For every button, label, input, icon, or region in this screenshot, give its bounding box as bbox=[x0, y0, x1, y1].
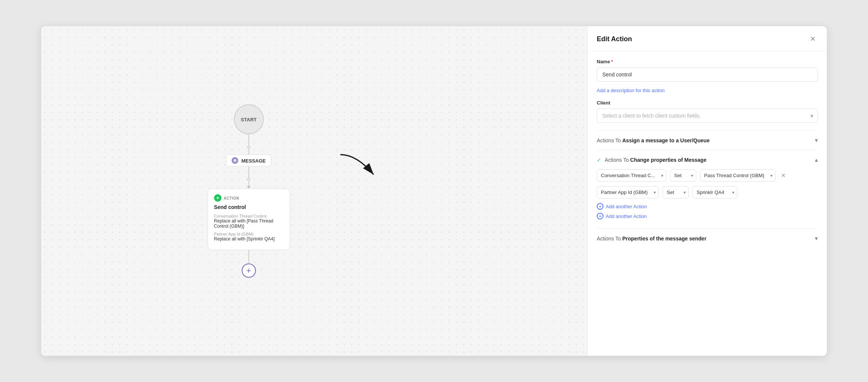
val1-select[interactable]: Pass Thread Control (GBM) bbox=[700, 169, 776, 182]
message-node-icon bbox=[232, 157, 238, 164]
start-label: START bbox=[241, 116, 257, 122]
action-node-card: ACTION Send control Conversation Thread … bbox=[208, 189, 290, 250]
action-node-icon bbox=[214, 194, 221, 202]
add-node-button[interactable]: + bbox=[242, 264, 256, 278]
action-detail-2-sub: Partner App Id (GBM) bbox=[214, 232, 284, 236]
client-field-label: Client bbox=[597, 100, 818, 106]
add-action-circle-1: + bbox=[597, 203, 603, 210]
section-assign-message: Actions To Assign a message to a User/Qu… bbox=[597, 130, 818, 150]
prop1-select-wrapper: Conversation Thread C... ▾ bbox=[597, 169, 666, 182]
section-sender-props: Actions To Properties of the message sen… bbox=[597, 228, 818, 248]
val1-select-wrapper: Pass Thread Control (GBM) ▾ bbox=[700, 169, 776, 182]
add-description-link[interactable]: Add a description for this action bbox=[597, 88, 664, 93]
section-change-properties: ✓ Actions To Change properties of Messag… bbox=[597, 150, 818, 228]
section-change-header[interactable]: ✓ Actions To Change properties of Messag… bbox=[597, 150, 818, 169]
prop2-select-wrapper: Partner App Id (GBM) ▾ bbox=[597, 186, 659, 198]
connector-line-1b bbox=[248, 149, 249, 155]
message-node-label: MESSAGE bbox=[241, 158, 266, 163]
connector-line-2 bbox=[248, 167, 249, 178]
connector-line-2b bbox=[248, 181, 249, 186]
panel-header: Edit Action ✕ bbox=[588, 26, 827, 51]
client-select-wrapper: Select a client to fetch client custom f… bbox=[597, 109, 818, 123]
required-indicator: * bbox=[611, 59, 613, 64]
svg-point-0 bbox=[233, 159, 236, 162]
section-assign-chevron-icon: ▾ bbox=[815, 137, 818, 144]
connector-dot-1 bbox=[247, 146, 250, 149]
connector-line-3 bbox=[248, 250, 249, 264]
canvas-inner: START MESSAGE bbox=[41, 26, 587, 356]
panel-title: Edit Action bbox=[597, 35, 632, 43]
close-button[interactable]: ✕ bbox=[807, 34, 818, 44]
action-detail-2: Partner App Id (GBM) Replace all with [S… bbox=[214, 232, 284, 242]
property-row-2: Partner App Id (GBM) ▾ Set ▾ bbox=[597, 186, 818, 198]
add-action-label-2: Add another Action bbox=[606, 213, 647, 219]
section-change-title: ✓ Actions To Change properties of Messag… bbox=[597, 157, 706, 163]
prop2-select[interactable]: Partner App Id (GBM) bbox=[597, 186, 659, 198]
action-node-header: ACTION bbox=[214, 194, 284, 202]
property-row-1: Conversation Thread C... ▾ Set ▾ bbox=[597, 169, 818, 182]
action-detail-1: Conversation Thread Control Replace all … bbox=[214, 214, 284, 229]
add-action-label-1: Add another Action bbox=[606, 204, 647, 209]
op1-select-wrapper: Set ▾ bbox=[670, 169, 696, 182]
section-sender-header[interactable]: Actions To Properties of the message sen… bbox=[597, 229, 818, 248]
add-action-link-1[interactable]: + Add another Action bbox=[597, 203, 818, 210]
section-change-chevron-icon: ▴ bbox=[815, 156, 818, 163]
add-action-circle-2: + bbox=[597, 213, 603, 219]
op2-select[interactable]: Set bbox=[663, 186, 689, 198]
start-node: START bbox=[234, 104, 264, 134]
section-assign-header[interactable]: Actions To Assign a message to a User/Qu… bbox=[597, 131, 818, 150]
canvas-area: START MESSAGE bbox=[41, 26, 587, 356]
arrow-annotation bbox=[336, 151, 381, 183]
connector-line-1 bbox=[248, 134, 249, 146]
prop1-select[interactable]: Conversation Thread C... bbox=[597, 169, 666, 182]
action-node-name: Send control bbox=[214, 204, 284, 210]
client-select[interactable]: Select a client to fetch client custom f… bbox=[597, 109, 818, 123]
op1-select[interactable]: Set bbox=[670, 169, 696, 182]
action-detail-2-val: Replace all with [Sprinklr QA4] bbox=[214, 236, 284, 242]
connector-arrow-1 bbox=[247, 186, 251, 189]
add-action-plus-1: + bbox=[599, 204, 602, 209]
action-type-label: ACTION bbox=[224, 196, 239, 200]
name-input[interactable] bbox=[597, 67, 818, 82]
section-sender-title: Actions To Properties of the message sen… bbox=[597, 236, 706, 242]
panel-body: Name * Add a description for this action… bbox=[588, 51, 827, 356]
val2-select[interactable]: Sprinklr QA4 bbox=[693, 186, 737, 198]
remove-row1-button[interactable]: ✕ bbox=[779, 171, 787, 180]
op2-select-wrapper: Set ▾ bbox=[663, 186, 689, 198]
action-detail-1-val: Replace all with [Pass Thread Control (G… bbox=[214, 218, 284, 229]
right-panel: Edit Action ✕ Name * Add a description f… bbox=[587, 26, 827, 356]
section-change-content: Conversation Thread C... ▾ Set ▾ bbox=[597, 169, 818, 228]
name-field-label: Name * bbox=[597, 59, 818, 64]
check-icon: ✓ bbox=[597, 157, 601, 163]
add-action-link-2[interactable]: + Add another Action bbox=[597, 213, 818, 219]
main-container: START MESSAGE bbox=[41, 26, 827, 356]
message-node: MESSAGE bbox=[226, 155, 271, 167]
section-sender-chevron-icon: ▾ bbox=[815, 235, 818, 242]
val2-select-wrapper: Sprinklr QA4 ▾ bbox=[693, 186, 737, 198]
action-detail-1-sub: Conversation Thread Control bbox=[214, 214, 284, 218]
add-action-plus-2: + bbox=[599, 213, 602, 219]
connector-dot-2 bbox=[247, 178, 250, 181]
flow-nodes: START MESSAGE bbox=[208, 104, 290, 278]
section-assign-title: Actions To Assign a message to a User/Qu… bbox=[597, 137, 710, 143]
